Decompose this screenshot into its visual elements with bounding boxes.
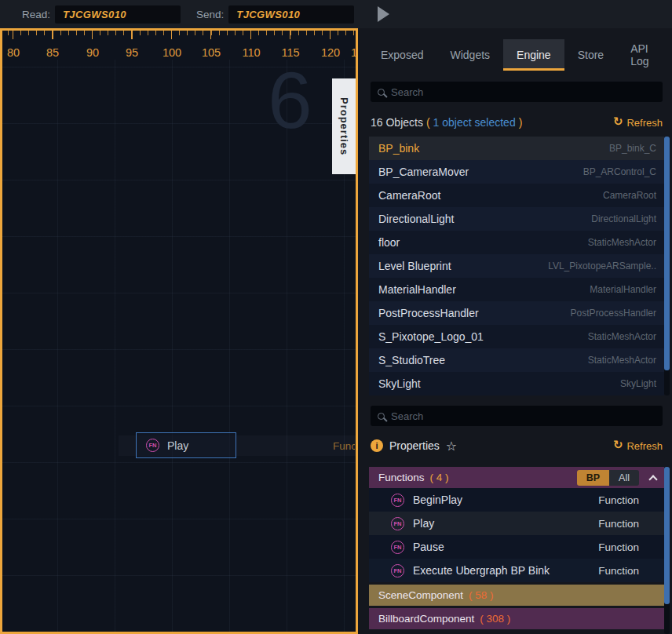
ruler-number: 95 — [126, 46, 138, 59]
read-label: Read: — [22, 9, 50, 20]
functions-section-header[interactable]: Functions ( 4 ) BP All — [369, 467, 664, 488]
properties-refresh-button[interactable]: ↻ Refresh — [613, 439, 663, 453]
watermark-digit: 6 — [268, 60, 312, 140]
viewport-canvas[interactable]: 80 85 90 95 100 105 110 115 120 1 6 Prop… — [0, 28, 358, 634]
ruler-number: 100 — [163, 46, 181, 59]
paren-close: ) — [519, 116, 523, 129]
refresh-icon: ↻ — [613, 115, 623, 129]
tab-widgets[interactable]: Widgets — [436, 39, 503, 71]
object-row[interactable]: floor StaticMeshActor — [369, 231, 664, 254]
play-icon[interactable] — [378, 6, 389, 22]
search-icon — [378, 89, 385, 96]
favorite-star-icon[interactable]: ☆ — [446, 439, 457, 454]
function-row[interactable]: FN Play Function — [369, 512, 664, 535]
ruler-ticks-major — [2, 31, 356, 39]
tab-engine[interactable]: Engine — [503, 39, 564, 71]
search-icon — [378, 413, 385, 420]
right-panel: Exposed Widgets Engine Store API Log 16 … — [358, 28, 672, 634]
function-row[interactable]: FN Pause Function — [369, 535, 664, 559]
properties-scrollbar[interactable] — [664, 467, 670, 634]
function-icon: FN — [391, 494, 404, 507]
object-row[interactable]: CameraRoot CameraRoot — [369, 184, 664, 207]
ruler-number: 80 — [7, 46, 20, 59]
function-icon: FN — [391, 564, 404, 578]
properties-flyout-tab[interactable]: Properties — [332, 78, 356, 174]
properties-search[interactable] — [371, 406, 663, 426]
function-row[interactable]: FN BeginPlay Function — [369, 488, 664, 512]
function-icon: FN — [146, 439, 159, 452]
properties-header: i Properties ☆ ↻ Refresh — [371, 436, 663, 455]
ruler-number: 85 — [46, 46, 59, 59]
scenecomponent-section-header[interactable]: SceneComponent ( 58 ) — [369, 585, 664, 606]
object-row[interactable]: BP_CameraMover BP_ARControl_C — [369, 160, 664, 184]
objects-count: 16 Objects — [371, 116, 423, 129]
info-icon[interactable]: i — [371, 439, 383, 452]
refresh-label: Refresh — [626, 440, 663, 452]
object-row[interactable]: SkyLight SkyLight — [369, 372, 664, 395]
object-row[interactable]: S_Pixotope_Logo_01 StaticMeshActor — [369, 325, 664, 348]
object-list: BP_bink BP_bink_C BP_CameraMover BP_ARCo… — [369, 137, 664, 395]
properties-title: Properties — [389, 439, 440, 452]
objects-search[interactable] — [371, 82, 663, 102]
function-icon: FN — [391, 541, 404, 554]
selected-count: 1 object selected — [433, 116, 516, 129]
tab-store[interactable]: Store — [564, 39, 617, 71]
ruler-number: 105 — [202, 46, 221, 59]
viewport-play-label: Play — [167, 439, 188, 452]
function-icon: FN — [391, 517, 404, 530]
ghost-function-text: Func — [333, 440, 355, 452]
object-row[interactable]: MaterialHandler MaterialHandler — [369, 278, 664, 301]
paren-open: ( — [426, 116, 430, 129]
send-input[interactable] — [228, 5, 354, 24]
ruler-number: 1 — [351, 46, 357, 59]
objects-scrollbar[interactable] — [664, 137, 670, 395]
refresh-label: Refresh — [626, 117, 663, 129]
tab-exposed[interactable]: Exposed — [367, 39, 436, 71]
object-row[interactable]: Level Blueprint LVL_PixotopeARSample.. — [369, 254, 664, 278]
objects-refresh-button[interactable]: ↻ Refresh — [613, 115, 663, 129]
scrollbar-thumb[interactable] — [664, 137, 670, 370]
object-row[interactable]: S_StudioTree StaticMeshActor — [369, 348, 664, 372]
objects-search-input[interactable] — [391, 86, 656, 98]
properties-search-input[interactable] — [391, 410, 656, 422]
object-row[interactable]: PostProcessHandler PostProcessHandler — [369, 301, 664, 325]
panel-tabs: Exposed Widgets Engine Store API Log — [367, 39, 672, 71]
bp-all-toggle: BP All — [577, 470, 639, 486]
collapse-chevron-icon[interactable] — [648, 475, 657, 483]
objects-header: 16 Objects ( 1 object selected ) ↻ Refre… — [371, 115, 663, 129]
ruler-number: 110 — [242, 46, 260, 59]
scrollbar-thumb[interactable] — [664, 467, 670, 604]
function-row[interactable]: FN Execute Ubergraph BP Bink Function — [369, 559, 664, 582]
ruler-number: 90 — [86, 46, 99, 59]
top-bar: Read: Send: — [0, 0, 672, 28]
object-row[interactable]: BP_bink BP_bink_C — [369, 137, 664, 160]
refresh-icon: ↻ — [613, 438, 623, 452]
viewport-play-button[interactable]: FN Play — [136, 432, 236, 458]
read-input[interactable] — [55, 5, 181, 24]
tab-api-log[interactable]: API Log — [617, 39, 672, 71]
billboardcomponent-section-header[interactable]: BillboardComponent ( 308 ) — [369, 608, 664, 629]
object-row[interactable]: DirectionalLight DirectionalLight — [369, 207, 664, 231]
ruler-number: 120 — [321, 46, 340, 59]
filter-bp-button[interactable]: BP — [577, 470, 609, 486]
viewport-grid — [2, 60, 356, 632]
send-label: Send: — [196, 9, 224, 20]
filter-all-button[interactable]: All — [609, 470, 639, 486]
